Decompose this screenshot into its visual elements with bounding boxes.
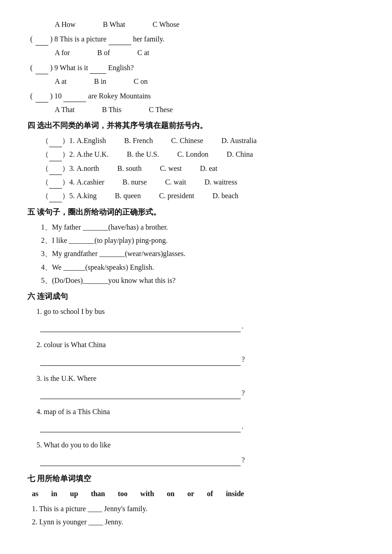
q9-left-paren: ( bbox=[27, 62, 36, 74]
s6-punct-3: ? bbox=[242, 387, 245, 399]
section7-title: 七 用所给单词填空 bbox=[27, 472, 365, 486]
section5-items: 1、My father _______(have/has) a brother.… bbox=[27, 221, 365, 287]
s6-answer-line-1[interactable] bbox=[40, 319, 241, 332]
q10-stem: ) 10 are Rokey Mountains bbox=[48, 89, 151, 102]
q9-fill-blank[interactable] bbox=[90, 61, 106, 74]
s6-answer-line-3[interactable] bbox=[40, 386, 241, 399]
option-c-whose: C Whose bbox=[153, 18, 180, 31]
s4-blank-3[interactable] bbox=[49, 162, 62, 175]
s7-word-in: in bbox=[51, 487, 57, 500]
s6-words-4: 4. map of is a This China bbox=[27, 405, 365, 418]
q8-option-b: B of bbox=[97, 46, 110, 59]
q10-row: ( ) 10 are Rokey Mountains bbox=[27, 89, 365, 103]
s4-blank-4[interactable] bbox=[49, 176, 62, 189]
s4-1-opt-3: C. Chinese bbox=[171, 134, 203, 147]
section4-item-4: （ ）4. A.cashierB. nurseC. waitD. waitres… bbox=[27, 176, 365, 189]
section4-items: （ ）1. A.EnglishB. FrenchC. ChineseD. Aus… bbox=[27, 134, 365, 202]
q8-fill-blank[interactable] bbox=[108, 32, 131, 45]
s7-word-or: or bbox=[187, 487, 194, 500]
section4-item-2: （ ）2. A.the U.K.B. the U.S.C. LondonD. C… bbox=[27, 148, 365, 161]
q9-answer-blank[interactable] bbox=[36, 62, 48, 74]
s6-punct-4: . bbox=[242, 420, 243, 432]
section6-title: 六 连词成句 bbox=[27, 290, 365, 303]
section6-item-4: 4. map of is a This China . bbox=[27, 405, 365, 432]
section5-item-4: 4、We ______(speak/speaks) English. bbox=[27, 261, 365, 273]
s6-punct-5: ? bbox=[242, 454, 245, 466]
q10-option-a: A That bbox=[55, 103, 75, 116]
section7-fill-2: 2. Lynn is younger ____ Jenny. bbox=[27, 516, 365, 528]
section4-item-3: （ ）3. A.northB. southC. westD. eat bbox=[27, 162, 365, 175]
q8-stem: ) 8 This is a picture her family. bbox=[48, 32, 165, 45]
s6-words-3: 3. is the U.K. Where bbox=[27, 372, 365, 385]
s4-1-opt-1: A.English bbox=[77, 134, 106, 147]
s6-answer-line-5[interactable] bbox=[40, 453, 241, 466]
s6-words-5: 5. What do you to do like bbox=[27, 439, 365, 451]
s4-blank-2[interactable] bbox=[49, 148, 62, 161]
q9-options: A at B in C on bbox=[27, 75, 365, 87]
s4-paren-3: （ bbox=[41, 162, 49, 174]
s4-paren-5: （ bbox=[41, 190, 49, 202]
s6-words-1: 1. go to school I by bus bbox=[27, 305, 365, 318]
s4-num-1: ）1. bbox=[62, 134, 75, 147]
s6-line-3: ? bbox=[27, 386, 365, 399]
section6-items: 1. go to school I by bus .2. colour is W… bbox=[27, 305, 365, 466]
q9-option-a: A at bbox=[55, 75, 67, 87]
q9-option-b: B in bbox=[94, 75, 106, 87]
q10-fill-blank[interactable] bbox=[63, 89, 86, 102]
s4-2-opt-4: D. China bbox=[227, 148, 253, 160]
q8-answer-blank[interactable] bbox=[36, 33, 48, 46]
section6-item-3: 3. is the U.K. Where ? bbox=[27, 372, 365, 399]
option-b-what: B What bbox=[103, 18, 125, 31]
s4-blank-1[interactable] bbox=[49, 134, 62, 147]
q8-options: A for B of C at bbox=[27, 46, 365, 59]
s4-5-opt-2: B. queen bbox=[115, 190, 141, 202]
s6-line-5: ? bbox=[27, 453, 365, 466]
s4-2-opt-1: A.the U.K. bbox=[77, 148, 108, 160]
q8-row: ( ) 8 This is a picture her family. bbox=[27, 32, 365, 46]
s4-paren-1: （ bbox=[41, 134, 49, 147]
s4-3-opt-2: B. south bbox=[117, 162, 141, 174]
section5-item-1: 1、My father _______(have/has) a brother. bbox=[27, 221, 365, 233]
q10-option-b: B This bbox=[102, 103, 122, 116]
section5-title: 五 读句子，圈出所给动词的正确形式。 bbox=[27, 206, 365, 219]
q10-left-paren: ( bbox=[27, 90, 36, 102]
s6-answer-line-2[interactable] bbox=[40, 353, 241, 365]
q9-row: ( ) 9 What is it English? bbox=[27, 61, 365, 74]
section5-item-3: 3、My grandfather _______(wear/wears)glas… bbox=[27, 247, 365, 260]
section6-item-1: 1. go to school I by bus . bbox=[27, 305, 365, 332]
s6-line-2: ? bbox=[27, 353, 365, 365]
section6-item-2: 2. colour is What China ? bbox=[27, 339, 365, 365]
section7-fill-1: 1. This is a picture ____ Jenny's family… bbox=[27, 503, 365, 515]
section7-fill-items: 1. This is a picture ____ Jenny's family… bbox=[27, 503, 365, 528]
s4-3-opt-1: A.north bbox=[77, 162, 99, 174]
section5-item-2: 2、I like _______(to play/play) ping-pong… bbox=[27, 234, 365, 246]
q8-option-c: C at bbox=[137, 46, 149, 59]
s7-word-inside: inside bbox=[226, 487, 244, 500]
s6-words-2: 2. colour is What China bbox=[27, 339, 365, 351]
option-a-how: A How bbox=[55, 18, 76, 31]
s6-answer-line-4[interactable] bbox=[40, 420, 241, 432]
s4-5-opt-3: C. president bbox=[159, 190, 194, 202]
q10-answer-blank[interactable] bbox=[36, 90, 48, 103]
s6-punct-1: . bbox=[242, 320, 243, 332]
s7-word-on: on bbox=[167, 487, 175, 500]
s4-4-opt-3: C. wait bbox=[165, 176, 186, 188]
s4-4-opt-4: D. waitress bbox=[204, 176, 237, 188]
s4-blank-5[interactable] bbox=[49, 190, 62, 202]
q9-stem: ) 9 What is it English? bbox=[48, 61, 134, 74]
s4-num-2: ）2. bbox=[62, 148, 75, 160]
s6-line-1: . bbox=[27, 319, 365, 332]
s7-word-up: up bbox=[70, 487, 78, 500]
s7-word-than: than bbox=[91, 487, 105, 500]
s4-2-opt-3: C. London bbox=[177, 148, 208, 160]
q10-options: A That B This C These bbox=[27, 103, 365, 116]
section5-item-5: 5、(Do/Does)_______you know what this is? bbox=[27, 274, 365, 287]
s4-3-opt-3: C. west bbox=[160, 162, 182, 174]
s4-4-opt-1: A.cashier bbox=[77, 176, 104, 188]
s4-3-opt-4: D. eat bbox=[200, 162, 217, 174]
section4-item-5: （ ）5. A.kingB. queenC. presidentD. beach bbox=[27, 190, 365, 202]
s4-num-4: ）4. bbox=[62, 176, 75, 188]
q8-option-a: A for bbox=[55, 46, 70, 59]
header-options-row: A How B What C Whose bbox=[27, 18, 365, 31]
s4-2-opt-2: B. the U.S. bbox=[127, 148, 159, 160]
